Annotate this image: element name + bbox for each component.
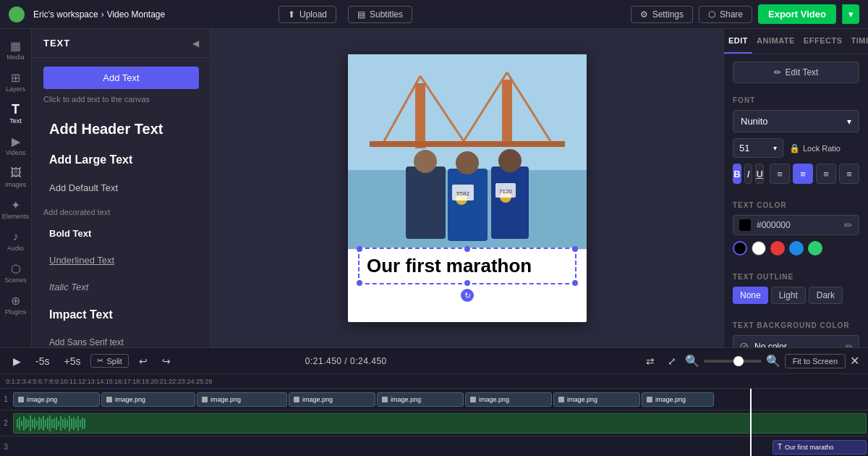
export-dropdown-button[interactable]: ▾ xyxy=(842,4,859,24)
impact-text-item[interactable]: Impact Text xyxy=(38,301,205,329)
play-button[interactable]: ▶ xyxy=(9,354,25,368)
plus5s-button[interactable]: +5s xyxy=(59,354,85,368)
clip-image-5[interactable]: image.png xyxy=(377,392,464,407)
font-size-input[interactable]: 51 ▾ xyxy=(733,138,783,158)
add-sans-serif-item[interactable]: Add Sans Serif text xyxy=(38,330,205,347)
tab-edit[interactable]: EDIT xyxy=(724,29,752,54)
zoom-in-button[interactable]: 🔍 xyxy=(766,354,780,368)
sidebar-item-scenes[interactable]: ⬡ Scenes xyxy=(1,258,30,288)
fit-to-screen-button[interactable]: Fit to Screen xyxy=(785,354,846,368)
add-default-text-item[interactable]: Add Default Text xyxy=(38,175,205,200)
svg-rect-30 xyxy=(34,418,35,429)
undo-button[interactable]: ↩ xyxy=(135,354,152,368)
bg-color-picker-icon[interactable]: ✏ xyxy=(846,342,853,348)
text-selection-area[interactable]: Our first marathon ↻ xyxy=(358,248,576,302)
project-name[interactable]: Video Montage xyxy=(107,9,166,20)
outline-dark-button[interactable]: Dark xyxy=(809,287,843,304)
sidebar-item-media[interactable]: ▦ Media xyxy=(1,35,30,65)
large-text-label: Add Large Text xyxy=(49,153,132,166)
clip-image-7[interactable]: image.png xyxy=(553,392,640,407)
close-timeline-button[interactable]: ✕ xyxy=(850,354,859,368)
clip-image-1[interactable]: image.png xyxy=(13,392,100,407)
handle-bl[interactable] xyxy=(357,280,362,286)
zoom-slider[interactable] xyxy=(704,360,762,363)
canvas-frame[interactable]: 5582 7120 Our first marathon xyxy=(348,54,587,322)
clip-image-3[interactable]: image.png xyxy=(197,392,287,407)
sidebar-item-videos[interactable]: ▶ Videos xyxy=(1,130,30,161)
underline-button[interactable]: U xyxy=(755,164,764,184)
font-size-dropdown-icon: ▾ xyxy=(773,144,777,152)
swatch-black[interactable] xyxy=(733,241,747,256)
outline-light-button[interactable]: Light xyxy=(771,287,806,304)
handle-bm[interactable] xyxy=(464,280,470,286)
svg-rect-33 xyxy=(41,418,42,428)
tab-effects[interactable]: EFFECTS xyxy=(799,29,847,54)
align-justify-button[interactable]: ≡ xyxy=(839,164,859,184)
swatch-white[interactable] xyxy=(752,241,766,256)
text-clip-marathon[interactable]: T Our first maratho xyxy=(773,440,867,455)
workspace-name[interactable]: Eric's workspace xyxy=(33,9,98,20)
audio-clip[interactable] xyxy=(13,413,867,434)
clip-image-8[interactable]: image.png xyxy=(642,392,714,407)
italic-button[interactable]: I xyxy=(744,164,753,184)
minus5s-button[interactable]: -5s xyxy=(31,354,54,368)
settings-button[interactable]: ⚙ Settings xyxy=(631,6,693,23)
sidebar-item-images[interactable]: 🖼 Images xyxy=(1,162,30,193)
italic-text-item[interactable]: Italic Text xyxy=(38,274,205,300)
edit-text-button[interactable]: ✏ Edit Text xyxy=(733,62,859,83)
tab-animate[interactable]: ANIMATE xyxy=(752,29,799,54)
ruler-mark: :18 xyxy=(131,378,140,385)
sidebar-item-elements[interactable]: ✦ Elements xyxy=(1,194,30,224)
layers-icon: ⊞ xyxy=(9,71,22,84)
bg-color-preview[interactable]: ⊘ No color ✏ xyxy=(733,335,859,347)
settings-icon: ⚙ xyxy=(640,9,648,20)
font-select[interactable]: Nunito ▾ xyxy=(733,110,859,132)
sidebar-item-plugins[interactable]: ⊕ Plugins xyxy=(1,290,30,320)
collapse-icon[interactable]: ◀ xyxy=(192,38,199,48)
track-2: 2 xyxy=(0,410,868,436)
text-box[interactable]: Our first marathon xyxy=(358,248,576,284)
underlined-text-item[interactable]: Underlined Text xyxy=(38,248,205,273)
add-header-text-item[interactable]: Add Header Text xyxy=(38,114,205,145)
outline-none-button[interactable]: None xyxy=(733,287,768,304)
breadcrumb: Eric's workspace › Video Montage xyxy=(33,9,165,20)
fit-tracks-button[interactable]: ⤢ xyxy=(663,354,681,368)
lock-ratio-control[interactable]: 🔒 Lock Ratio xyxy=(789,143,841,153)
text-icon: T xyxy=(9,103,22,116)
upload-button[interactable]: ⬆ Upload xyxy=(278,6,336,23)
zoom-out-button[interactable]: 🔍 xyxy=(685,354,699,368)
add-text-button[interactable]: Add Text xyxy=(43,67,199,89)
sidebar-item-audio[interactable]: ♪ Audio xyxy=(1,226,30,256)
handle-br[interactable] xyxy=(572,280,578,286)
color-preview[interactable]: #000000 ✏ xyxy=(733,215,859,235)
swatch-green[interactable] xyxy=(808,241,822,256)
align-left-button[interactable]: ≡ xyxy=(770,164,790,184)
bold-button[interactable]: B xyxy=(733,164,741,184)
clip-image-4[interactable]: image.png xyxy=(289,392,375,407)
swatch-red[interactable] xyxy=(770,241,785,256)
color-picker-icon[interactable]: ✏ xyxy=(844,219,853,231)
handle-tr[interactable] xyxy=(572,246,578,252)
link-tracks-button[interactable]: ⇄ xyxy=(642,354,659,368)
export-video-button[interactable]: Export Video xyxy=(758,4,836,24)
redo-button[interactable]: ↪ xyxy=(158,354,175,368)
share-button[interactable]: ⬡ Share xyxy=(699,6,752,23)
sidebar-item-layers[interactable]: ⊞ Layers xyxy=(1,67,30,97)
sidebar-item-text[interactable]: T Text xyxy=(1,98,30,129)
add-large-text-item[interactable]: Add Large Text xyxy=(38,146,205,174)
bold-text-item[interactable]: Bold Text xyxy=(38,221,205,246)
split-button[interactable]: ✂ Split xyxy=(90,354,128,368)
handle-tl[interactable] xyxy=(357,246,362,252)
rotate-handle[interactable]: ↻ xyxy=(461,289,474,302)
align-right-button[interactable]: ≡ xyxy=(816,164,836,184)
subtitles-button[interactable]: ▤ Subtitles xyxy=(348,6,412,23)
align-center-button[interactable]: ≡ xyxy=(793,164,813,184)
zoom-thumb[interactable] xyxy=(733,356,744,366)
svg-rect-13 xyxy=(491,166,529,239)
swatch-blue[interactable] xyxy=(789,241,804,256)
clip-image-2[interactable]: image.png xyxy=(101,392,195,407)
tab-timing[interactable]: TIMING xyxy=(846,29,868,54)
clip-image-6[interactable]: image.png xyxy=(465,392,552,407)
handle-tm[interactable] xyxy=(464,246,470,252)
text-outline-label: TEXT OUTLINE xyxy=(733,273,859,281)
